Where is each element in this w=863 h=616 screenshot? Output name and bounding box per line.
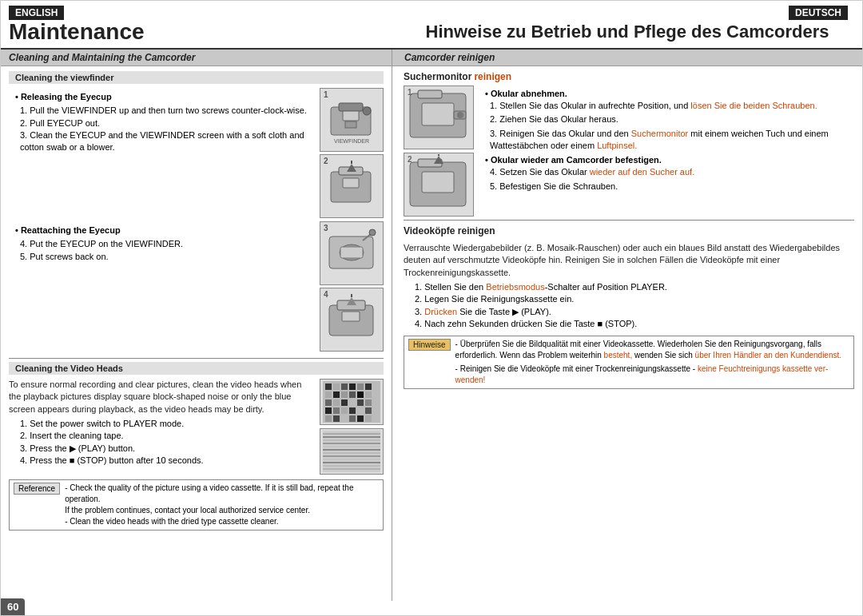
svg-rect-66 bbox=[418, 90, 442, 98]
reattaching-text: Reattaching the Eyecup 4. Put the EYECUP… bbox=[9, 221, 316, 352]
img-4: 4 bbox=[320, 288, 384, 352]
svg-rect-45 bbox=[365, 407, 372, 414]
reattach-images-col: 3 4 bbox=[320, 221, 384, 352]
svg-rect-22 bbox=[325, 384, 332, 390]
page: ENGLISH Maintenance DEUTSCH Hinweise zu … bbox=[0, 0, 863, 616]
section-header-row: Cleaning and Maintaining the Camcorder C… bbox=[1, 50, 862, 66]
svg-rect-42 bbox=[341, 407, 348, 414]
ref-line-1: - Check the quality of the picture using… bbox=[65, 483, 379, 505]
svg-rect-47 bbox=[333, 415, 340, 422]
okular-abnehmen-title: Okular abnehmen. bbox=[485, 89, 854, 98]
svg-rect-49 bbox=[349, 415, 356, 422]
svg-rect-27 bbox=[365, 384, 372, 390]
svg-rect-10 bbox=[343, 178, 359, 188]
svg-rect-40 bbox=[325, 407, 332, 414]
svg-rect-39 bbox=[365, 399, 372, 406]
right-step-1: 1. Stellen Sie das Okular in aufrechte P… bbox=[490, 100, 854, 112]
hinweise-label: Hinweise bbox=[408, 339, 451, 351]
suchermonitor-section: Suchermonitor reinigen 1 bbox=[404, 71, 854, 217]
suchermonitor-title-black: Suchermonitor bbox=[404, 71, 471, 82]
vf-step-3: 3. Clean the EYECUP and the VIEWFINDER s… bbox=[20, 129, 316, 154]
cleaning-viewfinder-section: Cleaning the viewfinder Releasing the Ey… bbox=[9, 71, 384, 355]
svg-rect-50 bbox=[357, 415, 364, 422]
svg-rect-36 bbox=[341, 399, 348, 406]
left-panel: Cleaning the viewfinder Releasing the Ey… bbox=[1, 66, 392, 601]
svg-rect-23 bbox=[333, 384, 340, 390]
vh-img-2 bbox=[320, 428, 384, 475]
bottom-row: 60 bbox=[1, 601, 862, 615]
video-heads-images bbox=[320, 379, 384, 475]
vh-step-2: 2. Insert the cleaning tape. bbox=[20, 430, 315, 442]
ref-line-3: - Clean the video heads with the dried t… bbox=[65, 516, 379, 527]
videokoepfe-section: Videoköpfe reinigen Verrauschte Wiederga… bbox=[404, 224, 854, 331]
right-step-4: 4. Setzen Sie das Okular wieder auf den … bbox=[490, 166, 854, 178]
viewfinder-images-col: 1 VIEWFINDER 2 bbox=[320, 88, 384, 218]
hinweise-line-1: - Überprüfen Sie die Bildqualität mit ei… bbox=[455, 339, 849, 361]
content-area: Cleaning the viewfinder Releasing the Ey… bbox=[1, 66, 862, 601]
vk-step-4: 4. Nach zehn Sekunden drücken Sie die Ta… bbox=[415, 318, 854, 330]
svg-point-4 bbox=[363, 107, 371, 115]
svg-rect-31 bbox=[349, 391, 356, 398]
videokoepfe-intro: Verrauschte Wiedergabebilder (z. B. Mosa… bbox=[404, 242, 854, 279]
svg-point-15 bbox=[369, 229, 376, 236]
svg-rect-29 bbox=[333, 391, 340, 398]
img-1: 1 VIEWFINDER bbox=[320, 88, 384, 152]
img-3: 3 bbox=[320, 221, 384, 285]
svg-rect-48 bbox=[341, 415, 348, 422]
cleaning-video-heads-title: Cleaning the Video Heads bbox=[9, 362, 384, 375]
cleaning-viewfinder-title: Cleaning the viewfinder bbox=[9, 71, 384, 84]
right-step-3: 3. Reinigen Sie das Okular und den Suche… bbox=[490, 128, 854, 153]
vh-step-3: 3. Press the ▶ (PLAY) button. bbox=[20, 443, 315, 455]
header-left: ENGLISH Maintenance bbox=[9, 6, 400, 45]
viewfinder-images-top: Releasing the Eyecup 1. Pull the VIEWFIN… bbox=[9, 88, 384, 218]
svg-rect-28 bbox=[325, 391, 332, 398]
svg-rect-1 bbox=[339, 103, 363, 111]
vk-step-3: 3. Drücken Sie die Taste ▶ (PLAY). bbox=[415, 306, 854, 318]
suchermonitor-header: Suchermonitor reinigen bbox=[404, 71, 854, 82]
vf-step-1: 1. Pull the VIEWFINDER up and then turn … bbox=[20, 105, 316, 117]
videokoepfe-title: Videoköpfe reinigen bbox=[404, 224, 854, 238]
section-header-left: Cleaning and Maintaining the Camcorder bbox=[1, 50, 392, 66]
svg-rect-3 bbox=[345, 121, 356, 128]
right-top-images: 1 2 bbox=[404, 85, 474, 217]
svg-rect-20 bbox=[342, 312, 360, 321]
right-step-5: 5. Befestigen Sie die Schrauben. bbox=[490, 181, 854, 193]
svg-rect-25 bbox=[349, 384, 356, 390]
right-step-2: 2. Ziehen Sie das Okular heraus. bbox=[490, 113, 854, 125]
ref-line-2: If the problem continues, contact your l… bbox=[65, 505, 379, 516]
svg-rect-26 bbox=[357, 384, 364, 390]
video-heads-content: To ensure normal recording and clear pic… bbox=[9, 379, 384, 475]
svg-rect-38 bbox=[357, 399, 364, 406]
img-2: 2 bbox=[320, 154, 384, 218]
reference-box: Reference - Check the quality of the pic… bbox=[9, 479, 384, 531]
cleaning-video-heads-section: Cleaning the Video Heads To ensure norma… bbox=[9, 362, 384, 531]
svg-rect-35 bbox=[333, 399, 340, 406]
vh-step-4: 4. Press the ■ (STOP) button after 10 se… bbox=[20, 455, 315, 467]
right-img-2: 2 bbox=[404, 153, 474, 217]
right-panel: Suchermonitor reinigen 1 bbox=[392, 66, 862, 601]
svg-rect-34 bbox=[325, 399, 332, 406]
svg-rect-41 bbox=[333, 407, 340, 414]
svg-rect-30 bbox=[341, 391, 348, 398]
right-top-section: 1 2 bbox=[404, 85, 854, 217]
right-img-1: 1 bbox=[404, 85, 474, 149]
svg-rect-13 bbox=[340, 247, 363, 258]
title-maintenance: Maintenance bbox=[9, 20, 400, 45]
suchermonitor-title-orange: reinigen bbox=[474, 71, 511, 82]
svg-rect-43 bbox=[349, 407, 356, 414]
vh-img-1 bbox=[320, 379, 384, 425]
section-header-right: Camcorder reinigen bbox=[392, 50, 862, 66]
header-right: DEUTSCH Hinweise zu Betrieb und Pflege d… bbox=[400, 6, 854, 45]
right-top-text: Okular abnehmen. 1. Stellen Sie das Okul… bbox=[479, 85, 854, 217]
reattach-step-5: 5. Put screws back on. bbox=[20, 251, 316, 263]
hinweise-line-2: - Reinigen Sie die Videoköpfe mit einer … bbox=[455, 364, 849, 386]
divider-1 bbox=[9, 358, 384, 359]
svg-rect-32 bbox=[357, 391, 364, 398]
reference-label: Reference bbox=[14, 483, 60, 495]
vf-step-2: 2. Pull EYECUP out. bbox=[20, 117, 316, 129]
okular-befestigen-title: Okular wieder am Camcorder befestigen. bbox=[485, 155, 854, 165]
svg-rect-67 bbox=[422, 103, 454, 125]
svg-point-69 bbox=[457, 112, 463, 118]
hinweise-box: Hinweise - Überprüfen Sie die Bildqualit… bbox=[404, 336, 854, 389]
divider-right bbox=[404, 220, 854, 221]
